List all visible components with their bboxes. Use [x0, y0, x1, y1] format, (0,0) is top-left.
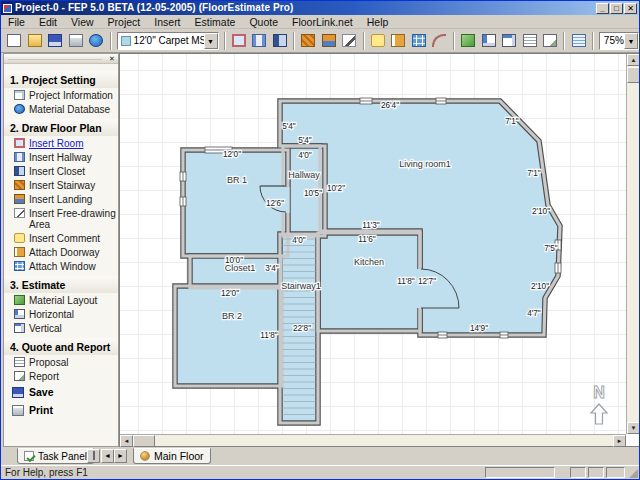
- horizontal-scrollbar[interactable]: ◄ ►: [120, 434, 626, 446]
- sidebar-item-insert-room[interactable]: Insert Room: [4, 136, 118, 150]
- sidebar-item-insert-closet[interactable]: Insert Closet: [4, 164, 118, 178]
- close-icon[interactable]: ✕: [108, 55, 116, 63]
- sidebar-item-label: Insert Free-drawing Area: [29, 208, 116, 230]
- panel-view-toggle-button[interactable]: [87, 449, 100, 463]
- sidebar-item-material-database[interactable]: Material Database: [4, 102, 118, 116]
- horizontal-layout-button[interactable]: [478, 30, 499, 51]
- tab-task-panel[interactable]: Task Panel: [17, 448, 94, 464]
- save-project-button[interactable]: [45, 30, 66, 51]
- sidebar-item-attach-window[interactable]: Attach Window: [4, 259, 118, 273]
- scroll-up-icon[interactable]: ▲: [627, 54, 640, 66]
- sidebar-item-proposal[interactable]: Proposal: [4, 355, 118, 369]
- status-cell: [588, 467, 604, 478]
- insert-hallway-button[interactable]: [249, 30, 270, 51]
- sidebar-item-insert-landing[interactable]: Insert Landing: [4, 192, 118, 206]
- insert-comment-button[interactable]: [368, 30, 389, 51]
- dimension-label: 7'5": [544, 244, 558, 253]
- panel-grip[interactable]: [8, 58, 102, 60]
- insert-landing-icon: [322, 34, 336, 47]
- material-layout-button[interactable]: [458, 30, 479, 51]
- dimension-label: 4'0": [292, 236, 306, 245]
- sidebar-item-vertical[interactable]: Vertical: [4, 321, 118, 335]
- maximize-button[interactable]: □: [610, 3, 623, 14]
- menu-item-project[interactable]: Project: [101, 15, 148, 29]
- floor-plan[interactable]: BR 1HallwayLiving room1KitchenCloset1BR …: [120, 54, 626, 434]
- draw-arc-button[interactable]: [429, 30, 450, 51]
- minimize-button[interactable]: _: [596, 3, 609, 14]
- sidebar-item-material-layout[interactable]: Material Layout: [4, 293, 118, 307]
- tab-scroll-right-icon[interactable]: ►: [114, 449, 127, 463]
- new-document-button[interactable]: [4, 30, 25, 51]
- insert-landing-button[interactable]: [319, 30, 340, 51]
- dimension-label: 22'8": [293, 324, 311, 333]
- menu-item-help[interactable]: Help: [360, 15, 396, 29]
- insert-freedrawing-button[interactable]: [339, 30, 360, 51]
- insert-room-button[interactable]: [229, 30, 250, 51]
- menu-item-file[interactable]: File: [1, 15, 32, 29]
- menu-item-floorlinknet[interactable]: FloorLink.net: [285, 15, 360, 29]
- window-title: Project-0 - FEP 5.0 BETA (12-05-2005) (F…: [15, 1, 596, 15]
- menu-item-edit[interactable]: Edit: [32, 15, 64, 29]
- dimension-label: 4'0": [298, 151, 312, 160]
- sidebar-item-label: Attach Window: [29, 261, 96, 272]
- sidebar-item-report[interactable]: Report: [4, 369, 118, 383]
- dimension-label: 10'0": [225, 256, 243, 265]
- sidebar-item-insert-stairway[interactable]: Insert Stairway: [4, 178, 118, 192]
- dimension-label: 12'6": [266, 199, 284, 208]
- sidebar-item-label: Attach Doorway: [29, 247, 100, 258]
- insert-stairway-button[interactable]: [298, 30, 319, 51]
- drawing-canvas[interactable]: BR 1HallwayLiving room1KitchenCloset1BR …: [119, 53, 639, 447]
- sidebar-item-insert-hallway[interactable]: Insert Hallway: [4, 150, 118, 164]
- chevron-down-icon[interactable]: ▼: [624, 33, 638, 49]
- close-button[interactable]: ✕: [624, 3, 637, 14]
- material-layout-icon: [461, 34, 475, 47]
- menu-item-view[interactable]: View: [64, 15, 101, 29]
- sidebar-action-save[interactable]: Save: [4, 383, 118, 401]
- open-project-button[interactable]: [25, 30, 46, 51]
- proposal-button[interactable]: [519, 30, 540, 51]
- material-selector[interactable]: 12'0" Carpet MSU ▼: [117, 32, 219, 50]
- menu-item-estimate[interactable]: Estimate: [188, 15, 243, 29]
- tab-scroll-left-icon[interactable]: ◄: [101, 449, 114, 463]
- compass-north-icon: N: [591, 384, 607, 424]
- proposal-icon: [14, 357, 25, 367]
- vertical-scrollbar[interactable]: ▲ ▼: [626, 54, 639, 434]
- insert-closet-button[interactable]: [270, 30, 291, 51]
- attach-window-icon: [14, 261, 25, 271]
- report-button[interactable]: [540, 30, 561, 51]
- sidebar-item-insert-comment[interactable]: Insert Comment: [4, 231, 118, 245]
- zoom-selector[interactable]: 75% ▼: [599, 32, 639, 50]
- vertical-scroll-thumb[interactable]: [627, 67, 640, 83]
- room-label: Stairway1: [281, 281, 321, 291]
- sidebar-item-horizontal[interactable]: Horizontal: [4, 307, 118, 321]
- task-panel-tab-label: Task Panel: [38, 451, 87, 462]
- material-database-icon: [89, 34, 103, 47]
- scroll-left-icon[interactable]: ◄: [120, 435, 133, 447]
- resize-grip[interactable]: [629, 469, 638, 478]
- task-panel: ✕ 1. Project SettingProject InformationM…: [3, 53, 119, 447]
- tab-main-floor[interactable]: Main Floor: [133, 448, 211, 464]
- sidebar-item-insert-free-drawing-area[interactable]: Insert Free-drawing Area: [4, 206, 118, 231]
- attach-doorway-button[interactable]: [388, 30, 409, 51]
- dimension-label: 2'10": [531, 282, 549, 291]
- sidebar-action-print[interactable]: Print: [4, 401, 118, 419]
- chevron-down-icon[interactable]: ▼: [204, 33, 218, 49]
- menu-item-quote[interactable]: Quote: [242, 15, 285, 29]
- room-label: BR 2: [222, 311, 242, 321]
- floor-plan-area[interactable]: BR 1HallwayLiving room1KitchenCloset1BR …: [120, 54, 626, 434]
- scroll-down-icon[interactable]: ▼: [627, 422, 640, 434]
- bottom-tab-row: Task Panel ◄ ► Main Floor: [1, 447, 639, 465]
- attach-window-button[interactable]: [409, 30, 430, 51]
- scroll-right-icon[interactable]: ►: [613, 435, 626, 447]
- horizontal-scroll-thumb[interactable]: [133, 435, 155, 447]
- material-database-button[interactable]: [86, 30, 107, 51]
- menu-item-insert[interactable]: Insert: [147, 15, 187, 29]
- sidebar-item-attach-doorway[interactable]: Attach Doorway: [4, 245, 118, 259]
- dimension-label: 11'8": [260, 331, 278, 340]
- document-view-button[interactable]: [568, 30, 589, 51]
- task-panel-header: ✕: [4, 54, 118, 64]
- vertical-layout-button[interactable]: [499, 30, 520, 51]
- print-button[interactable]: [66, 30, 87, 51]
- sidebar-item-project-information[interactable]: Project Information: [4, 88, 118, 102]
- menu-bar: FileEditViewProjectInsertEstimateQuoteFl…: [1, 15, 639, 29]
